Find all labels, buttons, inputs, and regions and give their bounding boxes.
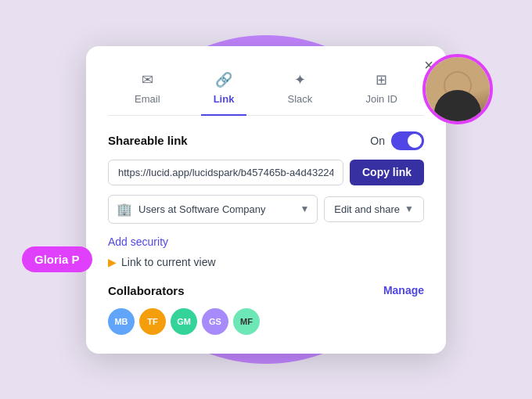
link-copy-row: Copy link [108, 160, 424, 185]
permission-chevron-icon: ▼ [404, 203, 414, 214]
manage-link[interactable]: Manage [383, 284, 424, 297]
tab-link[interactable]: 🔗 Link [201, 65, 247, 116]
collab-avatar-mb: MB [108, 308, 135, 335]
permission-select[interactable]: Edit and share ▼ [324, 196, 424, 222]
collab-avatar-tf: TF [139, 308, 166, 335]
toggle-on-label: On [370, 135, 385, 147]
audience-permission-row: 🏢 Users at Software Company ▼ Edit and s… [108, 195, 424, 224]
collab-avatar-mf: MF [233, 308, 260, 335]
gloria-p-label: Gloria P [22, 246, 92, 272]
copy-link-button[interactable]: Copy link [350, 160, 424, 185]
link-view-label: Link to current view [121, 256, 216, 268]
add-security-link[interactable]: Add security [108, 235, 168, 248]
tab-joinid-label: Join ID [365, 93, 397, 105]
building-icon: 🏢 [117, 202, 132, 217]
collab-avatar-gs: GS [202, 308, 228, 335]
collaborators-row: Collaborators Manage [108, 284, 424, 297]
shareable-link-input[interactable] [108, 160, 343, 185]
tab-joinid[interactable]: ⊞ Join ID [353, 65, 409, 116]
email-icon: ✉ [142, 71, 153, 88]
shareable-toggle[interactable] [391, 131, 424, 150]
audience-label: Users at Software Company [138, 203, 266, 215]
tab-email-label: Email [135, 93, 160, 105]
tab-slack-label: Slack [288, 93, 313, 105]
audience-select[interactable]: 🏢 Users at Software Company ▼ [108, 195, 318, 224]
tab-slack[interactable]: ✦ Slack [275, 65, 325, 116]
toggle-row: On [370, 131, 424, 150]
tab-link-label: Link [214, 93, 235, 105]
permission-label: Edit and share [334, 203, 400, 215]
share-modal: × ✉ Email 🔗 Link ✦ Slack ⊞ Join ID Share… [86, 46, 446, 354]
avatar-image [426, 57, 490, 121]
collab-avatar-gm: GM [171, 308, 197, 335]
shareable-link-label: Shareable link [108, 134, 188, 147]
slack-icon: ✦ [294, 71, 306, 88]
joinid-icon: ⊞ [376, 71, 387, 88]
audience-chevron-icon: ▼ [300, 203, 309, 214]
shareable-link-row: Shareable link On [108, 131, 424, 150]
link-view-row: ▶ Link to current view [108, 256, 424, 268]
tab-bar: ✉ Email 🔗 Link ✦ Slack ⊞ Join ID [108, 65, 424, 116]
avatar-body [434, 90, 481, 121]
user-avatar [422, 54, 493, 124]
collaborators-label: Collaborators [108, 284, 185, 297]
cursor-icon: ▶ [108, 256, 117, 268]
collaborator-avatar-list: MB TF GM GS MF [108, 308, 424, 335]
tab-email[interactable]: ✉ Email [122, 65, 173, 116]
link-icon: 🔗 [215, 71, 232, 88]
